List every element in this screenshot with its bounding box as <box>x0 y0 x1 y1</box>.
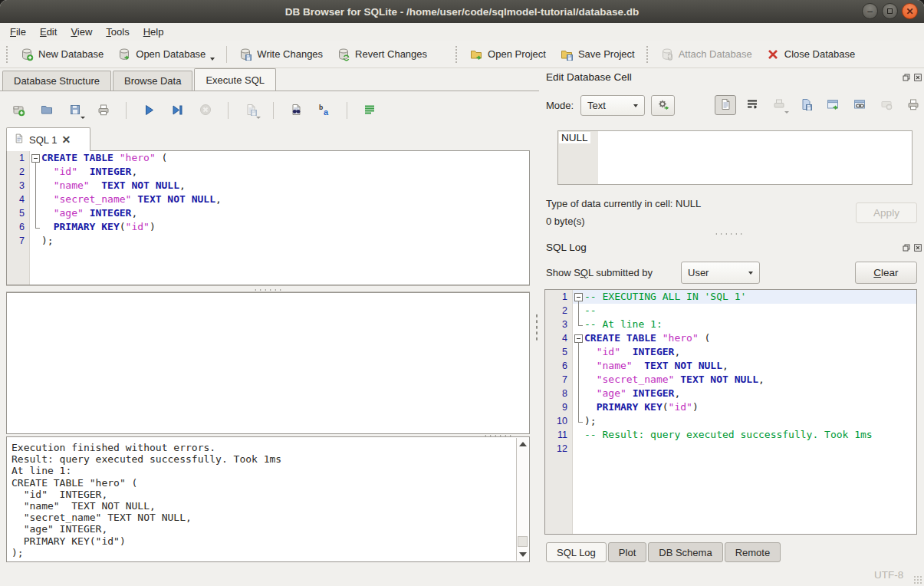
query-results-grid[interactable] <box>6 292 530 434</box>
line-number: 12 <box>545 442 573 456</box>
tab-browse-data[interactable]: Browse Data <box>113 71 192 91</box>
sql-source-select[interactable]: User <box>681 262 760 284</box>
open-database-button[interactable]: Open Database <box>110 44 222 65</box>
open-project-button[interactable]: Open Project <box>462 44 553 65</box>
save-sql-file-button[interactable] <box>64 100 86 120</box>
save-results-button[interactable] <box>240 100 261 120</box>
tab-new-icon <box>12 103 25 119</box>
line-number: 6 <box>545 359 573 373</box>
minimize-button[interactable]: – <box>862 3 878 19</box>
title-bar[interactable]: DB Browser for SQLite - /home/user/code/… <box>0 0 924 23</box>
toolbar-separator <box>126 102 127 119</box>
editor-splitter[interactable] <box>6 285 530 292</box>
copy-link-button[interactable] <box>849 95 870 115</box>
code-line: 5 "id" INTEGER, <box>545 345 916 359</box>
execute-line-button[interactable] <box>166 100 188 120</box>
float-panel-icon[interactable] <box>902 243 911 252</box>
results-scrollbar[interactable] <box>516 438 528 561</box>
mode-select[interactable]: Text <box>580 95 645 116</box>
window-controls: – ✕ <box>862 3 918 19</box>
fold-guide <box>30 234 41 248</box>
close-tab-icon[interactable]: ✕ <box>61 134 71 145</box>
scroll-thumb[interactable] <box>518 536 528 547</box>
encoding-indicator[interactable]: UTF-8 <box>874 569 903 581</box>
sql-editor[interactable]: 1CREATE TABLE "hero" (2 "id" INTEGER,3 "… <box>6 150 530 285</box>
fold-marker-icon[interactable] <box>30 151 41 165</box>
fold-marker-icon[interactable] <box>573 290 584 304</box>
find-button[interactable] <box>285 100 307 120</box>
chevron-down-icon[interactable] <box>81 117 85 119</box>
import-data-button[interactable] <box>768 95 790 115</box>
resize-grip[interactable] <box>913 575 922 584</box>
cell-content-editor[interactable]: NULL <box>557 130 912 185</box>
dock-tab-plot[interactable]: Plot <box>608 542 646 562</box>
toolbar-handle[interactable] <box>5 45 9 64</box>
format-sql-button[interactable] <box>359 100 380 120</box>
db-open-icon <box>117 48 131 61</box>
sql-log-title: SQL Log <box>546 242 587 253</box>
text-mode-button[interactable] <box>715 95 736 115</box>
dock-tab-db-schema[interactable]: DB Schema <box>648 542 722 562</box>
code-text: "name" TEXT NOT NULL, <box>41 179 529 193</box>
chevron-down-icon[interactable] <box>256 117 261 119</box>
save-project-button[interactable]: Save Project <box>553 44 642 65</box>
menu-tools[interactable]: Tools <box>99 23 136 41</box>
print-cell-button[interactable] <box>903 95 924 115</box>
code-line: 8 "age" INTEGER, <box>545 387 916 400</box>
write-changes-button[interactable]: Write Changes <box>232 44 330 65</box>
print-button[interactable] <box>93 100 114 120</box>
chevron-down-icon[interactable] <box>210 58 215 61</box>
close-panel-icon[interactable] <box>913 73 922 82</box>
toolbar-handle[interactable] <box>455 45 459 64</box>
tab-database-structure[interactable]: Database Structure <box>2 71 111 91</box>
apply-button[interactable]: Apply <box>856 202 917 223</box>
fold-guide <box>30 206 41 220</box>
word-wrap-button[interactable] <box>742 95 763 115</box>
close-button[interactable]: ✕ <box>902 3 918 19</box>
open-external-button[interactable] <box>822 95 843 115</box>
document-tabs: Database StructureBrowse DataExecute SQL <box>0 68 539 91</box>
open-sql-file-button[interactable] <box>36 100 58 120</box>
tab-execute-sql[interactable]: Execute SQL <box>194 68 276 91</box>
float-panel-icon[interactable] <box>902 73 911 82</box>
code-line: 6 "name" TEXT NOT NULL, <box>545 359 916 373</box>
find-replace-button[interactable]: ba <box>314 100 335 120</box>
dock-splitter[interactable] <box>714 232 743 235</box>
toolbar-handle[interactable] <box>646 45 649 64</box>
dock-tab-sql-log[interactable]: SQL Log <box>546 542 607 562</box>
scroll-down-icon[interactable] <box>519 552 527 557</box>
export-data-button[interactable] <box>795 95 817 115</box>
fold-marker-icon[interactable] <box>573 331 584 345</box>
minimize-icon: – <box>867 7 873 16</box>
stop-execution-button[interactable] <box>195 100 216 120</box>
null-set-icon <box>880 97 893 114</box>
close-database-button[interactable]: Close Database <box>759 44 863 65</box>
menu-help[interactable]: Help <box>136 23 171 41</box>
open-sql-tab-button[interactable] <box>8 100 29 120</box>
auto-switch-mode-button[interactable] <box>651 95 675 116</box>
maximize-button[interactable] <box>882 3 898 19</box>
line-number: 1 <box>7 151 30 165</box>
set-null-button[interactable] <box>876 95 897 115</box>
code-text: "age" INTEGER, <box>584 387 916 400</box>
revert-changes-button-label: Revert Changes <box>355 48 427 60</box>
code-text: -- <box>584 304 916 318</box>
chevron-down-icon[interactable] <box>784 111 789 114</box>
dock-tab-remote[interactable]: Remote <box>725 542 781 562</box>
close-panel-icon[interactable] <box>913 243 922 252</box>
sql-log-view[interactable]: 1-- EXECUTING ALL IN 'SQL 1'2--3-- At li… <box>544 289 917 535</box>
attach-database-button[interactable]: Attach Database <box>653 44 759 65</box>
menu-view[interactable]: View <box>64 23 99 41</box>
execute-all-button[interactable] <box>138 100 159 120</box>
new-database-button[interactable]: New Database <box>13 44 110 65</box>
vertical-splitter[interactable] <box>535 313 538 341</box>
code-line: 11-- Result: query executed successfully… <box>545 428 916 442</box>
execution-result-pane[interactable]: Execution finished without errors. Resul… <box>6 436 530 562</box>
new-database-button-label: New Database <box>38 48 104 60</box>
menu-edit[interactable]: Edit <box>33 23 64 41</box>
menu-file[interactable]: File <box>3 23 33 41</box>
clear-log-button[interactable]: Clear <box>855 262 917 284</box>
scroll-up-icon[interactable] <box>519 442 527 446</box>
sql-file-tab[interactable]: SQL 1 ✕ <box>6 127 90 151</box>
revert-changes-button[interactable]: Revert Changes <box>330 44 434 65</box>
